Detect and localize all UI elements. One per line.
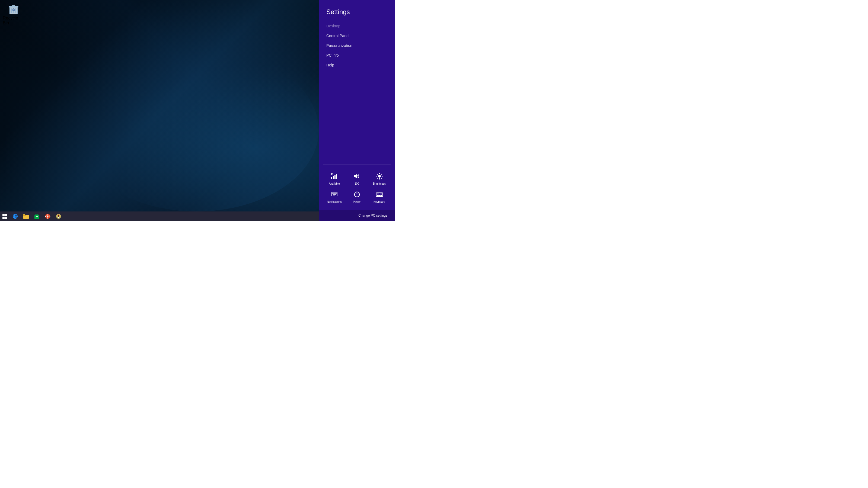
svg-rect-51 (380, 194, 380, 194)
settings-menu-pc-info[interactable]: PC info (326, 51, 388, 60)
brightness-label: Brightness (373, 182, 386, 185)
settings-title: Settings (319, 0, 395, 21)
keyboard-label: Keyboard (373, 200, 385, 203)
svg-line-30 (331, 173, 332, 173)
volume-icon (352, 171, 362, 181)
start-button[interactable] (0, 212, 10, 221)
svg-line-42 (377, 178, 378, 178)
quick-settings: Available 100 (319, 165, 395, 210)
volume-label: 100 (354, 182, 359, 185)
notifications-icon (330, 190, 339, 199)
quick-settings-row-2: Notifications Power (319, 187, 395, 205)
svg-rect-6 (12, 5, 15, 6)
svg-line-31 (333, 173, 333, 173)
svg-line-40 (381, 178, 382, 178)
store-taskbar-icon[interactable] (32, 212, 42, 221)
settings-panel: Settings Desktop Control Panel Personali… (319, 0, 395, 221)
svg-text:♻: ♻ (12, 8, 15, 12)
settings-menu: Desktop Control Panel Personalization PC… (319, 21, 395, 165)
svg-line-39 (377, 174, 378, 175)
svg-rect-55 (381, 195, 382, 196)
quick-available[interactable]: Available (325, 171, 344, 185)
network-taskbar-icon[interactable] (54, 212, 63, 221)
quick-power[interactable]: Power (347, 190, 367, 203)
settings-menu-help[interactable]: Help (326, 60, 388, 70)
internet-explorer-taskbar-icon[interactable] (10, 212, 20, 221)
taskbar (0, 212, 319, 221)
available-label: Available (329, 182, 340, 185)
file-explorer-taskbar-icon[interactable] (21, 212, 31, 221)
svg-rect-48 (376, 193, 383, 197)
power-icon (352, 190, 362, 199)
quick-settings-row-1: Available 100 (319, 169, 395, 187)
svg-marker-33 (354, 174, 357, 178)
svg-line-41 (381, 174, 382, 175)
svg-rect-53 (377, 195, 378, 196)
settings-menu-desktop: Desktop (326, 21, 388, 31)
quick-brightness[interactable]: Brightness (370, 171, 389, 185)
svg-rect-17 (36, 216, 38, 217)
quick-keyboard[interactable]: Keyboard (370, 190, 389, 203)
desktop: ♻ Recycle Bin (0, 0, 319, 212)
svg-rect-43 (332, 192, 337, 196)
change-pc-settings-button[interactable]: Change PC settings (319, 210, 395, 221)
notifications-label: Notifications (327, 200, 341, 203)
keyboard-icon (375, 190, 384, 199)
quick-volume[interactable]: 100 (347, 171, 367, 185)
recycle-bin-icon[interactable]: ♻ Recycle Bin (3, 3, 24, 26)
signal-icon (330, 171, 339, 181)
power-label: Power (353, 200, 361, 203)
quick-notifications[interactable]: Notifications (325, 190, 344, 203)
svg-point-34 (378, 175, 381, 177)
settings-menu-personalization[interactable]: Personalization (326, 41, 388, 51)
svg-rect-25 (331, 177, 332, 179)
svg-rect-27 (335, 175, 336, 179)
settings-menu-control-panel[interactable]: Control Panel (326, 31, 388, 41)
recycle-bin-label: Recycle Bin (3, 16, 24, 26)
svg-rect-50 (378, 194, 379, 194)
svg-rect-54 (378, 195, 380, 196)
svg-point-24 (58, 216, 59, 217)
brightness-icon (375, 171, 384, 181)
svg-rect-15 (23, 214, 25, 215)
svg-rect-28 (336, 174, 337, 179)
browser-taskbar-icon[interactable] (43, 212, 53, 221)
svg-rect-26 (333, 176, 334, 179)
svg-rect-52 (381, 194, 382, 194)
svg-rect-49 (377, 194, 378, 194)
